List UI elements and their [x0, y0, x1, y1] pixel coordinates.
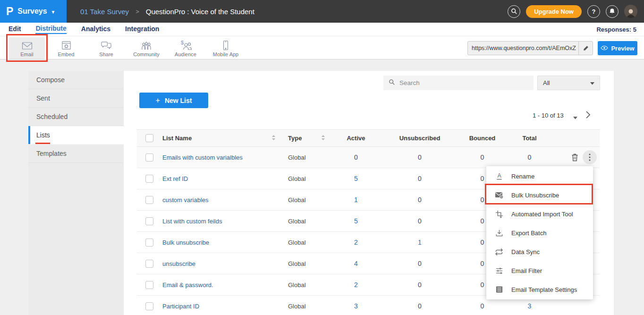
email-sidebar: Compose Sent Scheduled Lists Templates	[28, 71, 124, 315]
pagination-range[interactable]: 1 - 10 of 13	[533, 112, 564, 119]
distribute-toolbar: Email Embed Share Community $ Audience M…	[0, 36, 644, 60]
product-menu-label: Surveys	[17, 7, 47, 16]
survey-url-field: https://www.questionpro.com/t/AEmOxZ	[467, 41, 593, 55]
table-row: Emails with custom varialbles Global 0 0…	[137, 147, 600, 168]
new-list-button[interactable]: + New List	[139, 93, 208, 108]
export-batch-icon	[495, 229, 503, 237]
data-sync-icon	[495, 247, 503, 256]
trash-icon	[571, 153, 578, 162]
survey-url-input[interactable]: https://www.questionpro.com/t/AEmOxZ	[468, 42, 578, 55]
sidebar-item-lists[interactable]: Lists	[28, 126, 124, 145]
responses-count[interactable]: Responses: 5	[596, 26, 636, 33]
email-filter-icon	[495, 266, 503, 275]
search-icon[interactable]	[508, 5, 520, 18]
email-icon	[21, 39, 34, 51]
channel-audience[interactable]: $ Audience	[168, 37, 203, 59]
mobile-app-icon	[222, 39, 229, 51]
menu-item-rename[interactable]: A Rename	[486, 167, 593, 186]
sort-icon[interactable]	[271, 135, 276, 142]
audience-icon: $	[179, 39, 192, 51]
sidebar-item-scheduled[interactable]: Scheduled	[28, 108, 124, 126]
chevron-down-icon	[590, 79, 594, 86]
row-checkbox[interactable]	[145, 302, 153, 310]
menu-item-export-batch[interactable]: Export Batch	[486, 223, 593, 242]
row-checkbox[interactable]	[145, 153, 153, 162]
list-name-link[interactable]: Ext ref ID	[162, 175, 188, 182]
tab-edit[interactable]: Edit	[8, 25, 21, 34]
row-checkbox[interactable]	[145, 196, 153, 204]
list-name-link[interactable]: Participant ID	[162, 303, 199, 310]
survey-tabbar: Edit Distribute Analytics Integration Re…	[0, 23, 644, 36]
tab-integration[interactable]: Integration	[125, 25, 159, 34]
table-header-row: List Name Type Active Unsubscribed Bounc…	[137, 129, 600, 147]
tab-analytics[interactable]: Analytics	[81, 25, 110, 34]
bulk-unsubscribe-icon	[495, 191, 503, 199]
row-actions-menu: A Rename Bulk Unsubscribe Automated Impo…	[486, 166, 593, 299]
pencil-icon	[583, 45, 589, 51]
email-template-icon	[495, 285, 503, 294]
search-input[interactable]: Search	[383, 76, 534, 90]
sort-icon[interactable]	[321, 135, 325, 142]
breadcrumb-page-title: QuestionPro : Voice of the Student	[146, 8, 254, 16]
list-name-link[interactable]: List with custom feilds	[162, 218, 222, 225]
breadcrumb-survey-name[interactable]: 01 Take Survey	[80, 8, 129, 16]
menu-item-email-template-settings[interactable]: Email Template Settings	[486, 280, 593, 299]
channel-community[interactable]: Community	[128, 37, 164, 59]
header-actions: Upgrade Now ?	[508, 0, 637, 23]
menu-item-automated-import-tool[interactable]: Automated Import Tool	[486, 204, 593, 223]
preview-button[interactable]: Preview	[598, 41, 637, 55]
list-name-link[interactable]: unsubscribe	[162, 260, 195, 267]
row-checkbox[interactable]	[145, 238, 153, 247]
list-name-link[interactable]: Bulk unsubscribe	[162, 239, 209, 246]
row-checkbox[interactable]	[145, 175, 153, 183]
row-checkbox[interactable]	[145, 217, 153, 225]
svg-text:$: $	[181, 40, 184, 45]
notifications-bell-icon[interactable]	[606, 5, 619, 18]
tab-distribute[interactable]: Distribute	[35, 25, 66, 34]
channel-email[interactable]: Email	[9, 37, 45, 59]
delete-list-button[interactable]	[568, 151, 581, 163]
surveys-product-menu[interactable]: P Surveys ▼	[0, 0, 67, 23]
list-filter-dropdown[interactable]: All	[537, 76, 600, 90]
sidebar-item-sent[interactable]: Sent	[28, 89, 124, 108]
channel-mobile-app[interactable]: Mobile App	[208, 37, 244, 59]
more-options-icon	[589, 153, 591, 161]
menu-item-email-filter[interactable]: Email Filter	[486, 261, 593, 280]
list-name-link[interactable]: custom variables	[162, 196, 209, 204]
user-avatar[interactable]	[624, 5, 637, 18]
pagination: 1 - 10 of 13	[124, 109, 600, 123]
automated-import-icon	[495, 210, 503, 218]
search-icon	[389, 79, 395, 87]
row-actions-kebab[interactable]	[583, 150, 597, 164]
svg-text:A: A	[497, 172, 501, 179]
community-icon	[140, 39, 153, 51]
questionpro-logo: P	[6, 5, 13, 18]
sidebar-item-templates[interactable]: Templates	[28, 145, 124, 163]
chevron-down-icon[interactable]	[573, 113, 577, 121]
row-checkbox[interactable]	[145, 260, 153, 268]
channel-embed[interactable]: Embed	[48, 37, 84, 59]
share-icon	[100, 39, 112, 51]
upgrade-now-button[interactable]: Upgrade Now	[526, 5, 582, 18]
menu-item-data-sync[interactable]: Data Sync	[486, 242, 593, 261]
select-all-checkbox[interactable]	[145, 134, 153, 142]
breadcrumb: 01 Take Survey > QuestionPro : Voice of …	[80, 0, 254, 23]
search-placeholder: Search	[399, 79, 420, 86]
plus-icon: +	[156, 96, 160, 105]
rename-icon: A	[495, 172, 503, 180]
eye-icon	[601, 45, 608, 52]
list-name-link[interactable]: Emails with custom varialbles	[162, 154, 243, 161]
row-checkbox[interactable]	[145, 281, 153, 289]
chevron-down-icon: ▼	[51, 9, 56, 15]
sidebar-item-compose[interactable]: Compose	[28, 71, 124, 89]
top-header: P Surveys ▼ 01 Take Survey > QuestionPro…	[0, 0, 644, 23]
channel-share[interactable]: Share	[88, 37, 124, 59]
edit-url-button[interactable]	[578, 42, 593, 55]
list-name-link[interactable]: Email & password.	[162, 281, 213, 289]
menu-item-bulk-unsubscribe[interactable]: Bulk Unsubscribe	[486, 186, 593, 204]
help-icon[interactable]: ?	[587, 5, 600, 18]
next-page-button[interactable]	[585, 111, 591, 121]
embed-icon	[61, 39, 72, 51]
breadcrumb-separator: >	[136, 8, 139, 15]
